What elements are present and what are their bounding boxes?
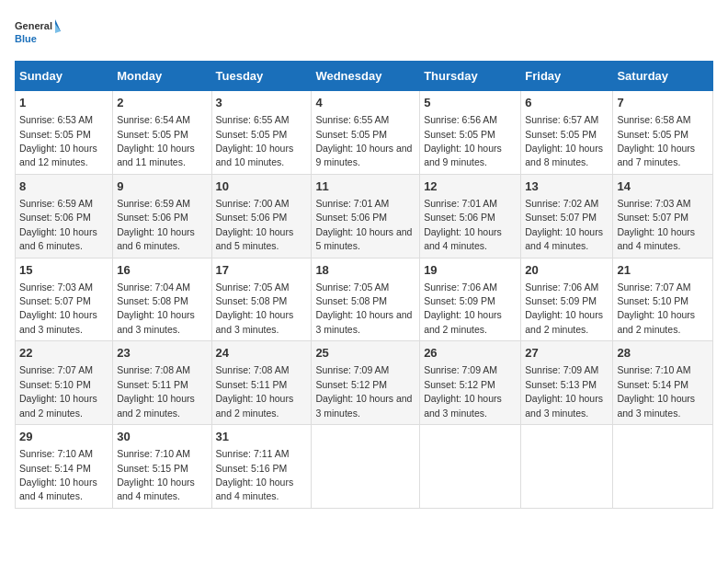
sunrise-info: Sunrise: 7:09 AM — [424, 364, 497, 375]
sunset-info: Sunset: 5:05 PM — [424, 129, 495, 140]
calendar-cell: 2Sunrise: 6:54 AMSunset: 5:05 PMDaylight… — [113, 91, 211, 175]
calendar-cell — [613, 425, 713, 509]
sunset-info: Sunset: 5:11 PM — [117, 379, 188, 390]
day-number: 27 — [525, 345, 609, 362]
sunrise-info: Sunrise: 7:10 AM — [617, 364, 690, 375]
week-row-1: 1Sunrise: 6:53 AMSunset: 5:05 PMDaylight… — [16, 91, 713, 175]
day-number: 15 — [19, 262, 108, 279]
sunrise-info: Sunrise: 7:08 AM — [216, 364, 290, 375]
day-number: 14 — [617, 178, 709, 195]
day-number: 19 — [424, 262, 517, 279]
sunset-info: Sunset: 5:14 PM — [19, 463, 91, 474]
sunset-info: Sunset: 5:08 PM — [216, 295, 288, 306]
sunrise-info: Sunrise: 7:09 AM — [525, 364, 598, 375]
daylight-info: Daylight: 10 hours and 2 minutes. — [617, 309, 695, 334]
daylight-info: Daylight: 10 hours and 3 minutes. — [617, 393, 695, 418]
svg-text:Blue: Blue — [15, 33, 37, 44]
sunset-info: Sunset: 5:10 PM — [617, 295, 688, 306]
calendar-cell — [420, 425, 521, 509]
calendar-cell: 19Sunrise: 7:06 AMSunset: 5:09 PMDayligh… — [420, 258, 521, 341]
sunrise-info: Sunrise: 7:03 AM — [617, 198, 690, 209]
calendar-cell: 29Sunrise: 7:10 AMSunset: 5:14 PMDayligh… — [16, 425, 113, 509]
day-number: 23 — [117, 345, 207, 362]
sunset-info: Sunset: 5:05 PM — [117, 129, 188, 140]
sunrise-info: Sunrise: 7:03 AM — [19, 282, 93, 293]
day-number: 10 — [216, 178, 308, 195]
column-header-tuesday: Tuesday — [211, 62, 312, 91]
calendar-cell — [521, 425, 613, 509]
daylight-info: Daylight: 10 hours and 3 minutes. — [19, 309, 97, 334]
calendar-cell: 15Sunrise: 7:03 AMSunset: 5:07 PMDayligh… — [16, 258, 113, 341]
daylight-info: Daylight: 10 hours and 2 minutes. — [216, 393, 294, 418]
day-number: 22 — [19, 345, 108, 362]
sunrise-info: Sunrise: 7:06 AM — [424, 282, 497, 293]
calendar-cell: 30Sunrise: 7:10 AMSunset: 5:15 PMDayligh… — [113, 425, 211, 509]
daylight-info: Daylight: 10 hours and 2 minutes. — [117, 393, 195, 418]
day-number: 30 — [117, 429, 207, 445]
sunset-info: Sunset: 5:11 PM — [216, 379, 288, 390]
calendar-cell: 9Sunrise: 6:59 AMSunset: 5:06 PMDaylight… — [113, 174, 211, 258]
sunset-info: Sunset: 5:08 PM — [117, 295, 188, 306]
sunrise-info: Sunrise: 7:05 AM — [216, 282, 290, 293]
calendar-cell: 12Sunrise: 7:01 AMSunset: 5:06 PMDayligh… — [420, 174, 521, 258]
calendar-cell: 3Sunrise: 6:55 AMSunset: 5:05 PMDaylight… — [211, 91, 312, 175]
sunrise-info: Sunrise: 7:01 AM — [424, 198, 497, 209]
daylight-info: Daylight: 10 hours and 7 minutes. — [617, 143, 695, 167]
daylight-info: Daylight: 10 hours and 4 minutes. — [617, 226, 695, 251]
daylight-info: Daylight: 10 hours and 4 minutes. — [216, 477, 294, 501]
daylight-info: Daylight: 10 hours and 5 minutes. — [315, 226, 412, 251]
sunrise-info: Sunrise: 7:02 AM — [525, 198, 598, 209]
day-number: 26 — [424, 345, 517, 362]
calendar-cell: 20Sunrise: 7:06 AMSunset: 5:09 PMDayligh… — [521, 258, 613, 341]
sunrise-info: Sunrise: 6:59 AM — [117, 198, 190, 209]
daylight-info: Daylight: 10 hours and 8 minutes. — [525, 143, 603, 167]
daylight-info: Daylight: 10 hours and 3 minutes. — [424, 393, 502, 418]
sunset-info: Sunset: 5:05 PM — [617, 129, 688, 140]
daylight-info: Daylight: 10 hours and 3 minutes. — [525, 393, 603, 418]
calendar-cell: 7Sunrise: 6:58 AMSunset: 5:05 PMDaylight… — [613, 91, 713, 175]
sunrise-info: Sunrise: 6:58 AM — [617, 114, 690, 125]
sunset-info: Sunset: 5:13 PM — [525, 379, 597, 390]
sunset-info: Sunset: 5:08 PM — [315, 295, 387, 306]
day-number: 24 — [216, 345, 308, 362]
week-row-2: 8Sunrise: 6:59 AMSunset: 5:06 PMDaylight… — [16, 174, 713, 258]
daylight-info: Daylight: 10 hours and 10 minutes. — [216, 143, 294, 167]
calendar-cell: 27Sunrise: 7:09 AMSunset: 5:13 PMDayligh… — [521, 341, 613, 425]
sunrise-info: Sunrise: 6:57 AM — [525, 114, 598, 125]
sunset-info: Sunset: 5:12 PM — [315, 379, 387, 390]
daylight-info: Daylight: 10 hours and 2 minutes. — [525, 309, 603, 334]
calendar-cell: 17Sunrise: 7:05 AMSunset: 5:08 PMDayligh… — [211, 258, 312, 341]
sunrise-info: Sunrise: 7:10 AM — [19, 448, 93, 459]
daylight-info: Daylight: 10 hours and 9 minutes. — [315, 143, 412, 167]
sunset-info: Sunset: 5:09 PM — [525, 295, 597, 306]
sunrise-info: Sunrise: 7:01 AM — [315, 198, 389, 209]
calendar-cell: 26Sunrise: 7:09 AMSunset: 5:12 PMDayligh… — [420, 341, 521, 425]
calendar-body: 1Sunrise: 6:53 AMSunset: 5:05 PMDaylight… — [16, 91, 713, 509]
daylight-info: Daylight: 10 hours and 2 minutes. — [424, 309, 502, 334]
sunrise-info: Sunrise: 7:08 AM — [117, 364, 190, 375]
calendar-cell: 6Sunrise: 6:57 AMSunset: 5:05 PMDaylight… — [521, 91, 613, 175]
daylight-info: Daylight: 10 hours and 3 minutes. — [216, 309, 294, 334]
logo-svg: General Blue — [15, 15, 61, 52]
sunrise-info: Sunrise: 6:55 AM — [315, 114, 389, 125]
day-number: 12 — [424, 178, 517, 195]
daylight-info: Daylight: 10 hours and 3 minutes. — [117, 309, 195, 334]
daylight-info: Daylight: 10 hours and 6 minutes. — [117, 226, 195, 251]
calendar-cell: 18Sunrise: 7:05 AMSunset: 5:08 PMDayligh… — [312, 258, 420, 341]
day-number: 18 — [315, 262, 415, 279]
sunset-info: Sunset: 5:05 PM — [525, 129, 597, 140]
week-row-5: 29Sunrise: 7:10 AMSunset: 5:14 PMDayligh… — [16, 425, 713, 509]
sunset-info: Sunset: 5:15 PM — [117, 463, 188, 474]
calendar-cell: 31Sunrise: 7:11 AMSunset: 5:16 PMDayligh… — [211, 425, 312, 509]
day-number: 17 — [216, 262, 308, 279]
daylight-info: Daylight: 10 hours and 6 minutes. — [19, 226, 97, 251]
column-header-wednesday: Wednesday — [312, 62, 420, 91]
sunrise-info: Sunrise: 6:55 AM — [216, 114, 290, 125]
day-number: 25 — [315, 345, 415, 362]
column-header-thursday: Thursday — [420, 62, 521, 91]
sunrise-info: Sunrise: 7:06 AM — [525, 282, 598, 293]
sunrise-info: Sunrise: 7:00 AM — [216, 198, 290, 209]
daylight-info: Daylight: 10 hours and 11 minutes. — [117, 143, 195, 167]
sunset-info: Sunset: 5:14 PM — [617, 379, 688, 390]
sunset-info: Sunset: 5:05 PM — [216, 129, 288, 140]
